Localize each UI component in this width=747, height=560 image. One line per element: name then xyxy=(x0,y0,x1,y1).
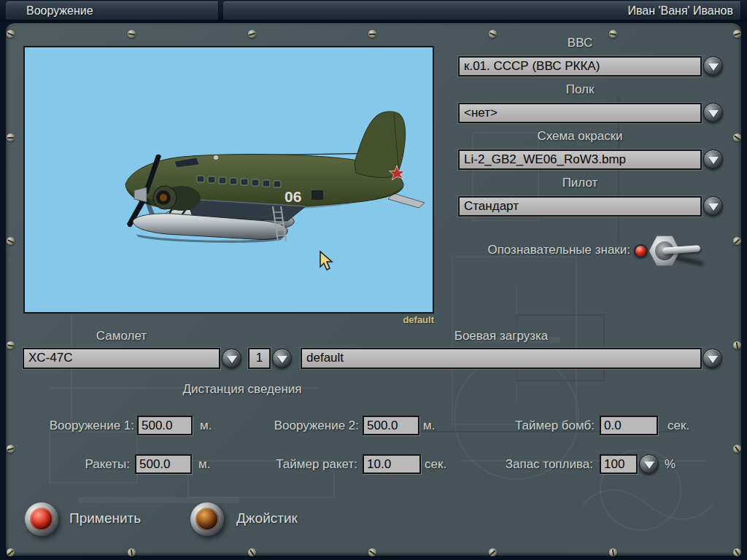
chevron-down-icon xyxy=(708,203,719,211)
rockets-unit: м. xyxy=(198,457,210,472)
spinner xyxy=(134,187,147,202)
cargo-door-window xyxy=(311,190,323,200)
fuel-dropdown-button[interactable] xyxy=(639,454,659,474)
bomb-timer-label: Таймер бомб: xyxy=(489,419,595,433)
joystick-button-label: Джойстик xyxy=(236,510,298,526)
skin-caption: default xyxy=(332,314,434,325)
screw-icon xyxy=(733,133,741,141)
tab-armament[interactable]: Вооружение xyxy=(6,1,219,20)
tailplane xyxy=(388,193,425,208)
regiment-label: Полк xyxy=(458,82,702,97)
variant-select[interactable]: 1 xyxy=(248,348,271,369)
weapon2-unit: м. xyxy=(423,419,435,433)
loadout-dropdown-button[interactable] xyxy=(703,349,722,368)
chevron-down-icon xyxy=(708,356,718,363)
screw-icon xyxy=(733,341,741,349)
paint-scheme-dropdown-button[interactable] xyxy=(703,149,723,169)
weapon2-label: Вооружение 2: xyxy=(263,419,359,433)
screw-icon xyxy=(7,133,15,141)
aircraft-label: Самолет xyxy=(23,329,220,343)
paint-scheme-label: Схема окраски xyxy=(458,129,702,144)
aircraft-select[interactable]: XC-47C xyxy=(23,348,220,369)
fuel-input[interactable] xyxy=(600,454,638,474)
regiment-dropdown-button[interactable] xyxy=(703,103,723,122)
screw-icon xyxy=(733,30,741,38)
weapon1-input[interactable] xyxy=(137,416,193,435)
convergence-title: Дистанция сведения xyxy=(125,382,359,397)
rocket-timer-input[interactable] xyxy=(363,454,421,474)
screw-icon xyxy=(489,548,497,556)
screw-icon xyxy=(128,30,136,38)
screw-icon xyxy=(128,548,136,556)
player-name-bar: Иван 'Ваня' Иванов xyxy=(223,1,741,20)
joystick-button[interactable] xyxy=(190,502,224,536)
regiment-select[interactable]: <нет> xyxy=(458,103,702,123)
player-name: Иван 'Ваня' Иванов xyxy=(224,2,740,20)
chevron-down-icon xyxy=(708,110,719,117)
screw-icon xyxy=(7,445,15,453)
screw-icon xyxy=(248,30,256,38)
bottom-bar xyxy=(0,556,747,560)
weapon1-unit: м. xyxy=(200,419,212,433)
screw-icon xyxy=(609,548,617,556)
screw-icon xyxy=(733,548,741,556)
loadout-label: Боевая загрузка xyxy=(301,329,702,343)
screw-icon xyxy=(7,341,15,349)
loadout-select[interactable]: default xyxy=(301,348,702,369)
mouse-cursor xyxy=(320,252,332,270)
pilot-select[interactable]: Стандарт xyxy=(458,196,702,217)
bomb-timer-unit: сек. xyxy=(667,419,689,433)
aircraft-preview-art: 06 xyxy=(25,47,433,312)
aircraft-dropdown-button[interactable] xyxy=(222,349,241,368)
screw-icon xyxy=(368,548,376,556)
screw-icon xyxy=(7,30,15,38)
rocket-timer-unit: сек. xyxy=(425,457,446,472)
pilot-dropdown-button[interactable] xyxy=(703,196,723,216)
screw-icon xyxy=(733,445,741,453)
aircraft-preview: 06 xyxy=(23,46,434,314)
screw-icon xyxy=(368,30,376,38)
variant-dropdown-button[interactable] xyxy=(272,349,292,368)
chevron-down-icon xyxy=(227,356,237,363)
astrodome xyxy=(214,155,218,160)
bomb-timer-input[interactable] xyxy=(600,416,658,435)
apply-button-label: Применить xyxy=(69,510,141,526)
screw-icon xyxy=(609,30,617,38)
red-button-dome-icon xyxy=(30,508,53,531)
rocket-timer-label: Таймер ракет: xyxy=(255,457,357,472)
rockets-input[interactable] xyxy=(135,454,192,474)
screw-icon xyxy=(733,237,741,245)
chevron-down-icon xyxy=(708,157,719,164)
markings-indicator-lamp xyxy=(634,244,648,258)
screen-title: Вооружение xyxy=(7,2,218,20)
weapon2-input[interactable] xyxy=(363,416,419,435)
air-force-label: ВВС xyxy=(458,36,702,50)
chevron-down-icon xyxy=(644,462,654,469)
armament-screen: Вооружение Иван 'Ваня' Иванов xyxy=(0,0,747,560)
apply-button[interactable] xyxy=(25,502,58,536)
markings-label: Опознавательные знаки: xyxy=(438,243,630,257)
rockets-label: Ракеты: xyxy=(22,457,130,472)
top-bar: Вооружение Иван 'Ваня' Иванов xyxy=(0,0,747,22)
screw-icon xyxy=(489,30,497,38)
tail-number: 06 xyxy=(285,188,301,205)
screw-icon xyxy=(7,237,15,245)
weapon1-label: Вооружение 1: xyxy=(22,419,134,433)
chevron-down-icon xyxy=(708,63,719,71)
pilot-label: Пилот xyxy=(458,176,702,190)
air-force-dropdown-button[interactable] xyxy=(703,56,723,76)
paint-scheme-select[interactable]: Li-2_GB2_WE06_RoW3.bmp xyxy=(458,149,702,170)
screw-icon xyxy=(248,548,256,556)
chevron-down-icon xyxy=(277,356,287,363)
screw-icon xyxy=(7,548,15,556)
fuel-label: Запас топлива: xyxy=(481,457,593,472)
amber-button-dome-icon xyxy=(196,508,219,531)
air-force-select[interactable]: к.01. СССР (ВВС РККА) xyxy=(458,56,702,77)
fuel-unit: % xyxy=(665,457,676,472)
